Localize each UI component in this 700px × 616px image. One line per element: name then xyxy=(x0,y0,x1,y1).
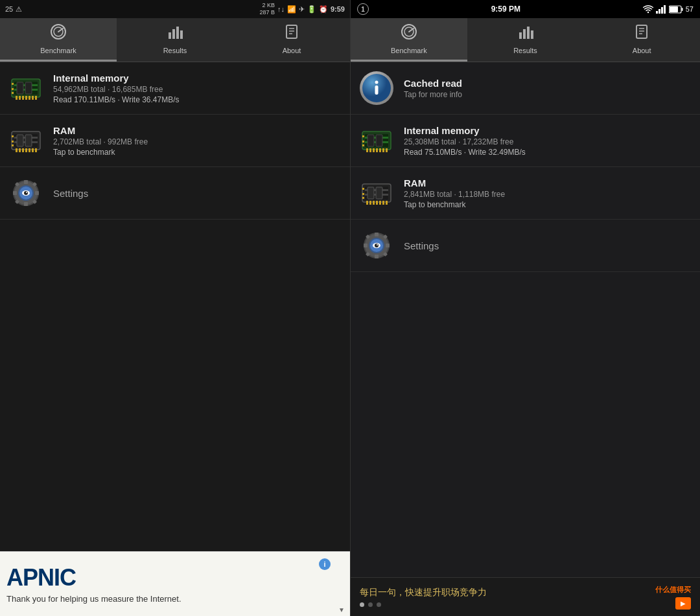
tab-results-left[interactable]: Results xyxy=(117,18,233,62)
svg-point-56 xyxy=(24,191,28,195)
svg-rect-91 xyxy=(386,148,388,152)
svg-rect-115 xyxy=(375,233,379,236)
tab-about-left[interactable]: About xyxy=(233,18,350,62)
svg-rect-59 xyxy=(656,11,658,14)
settings-icon-left xyxy=(8,175,44,211)
svg-rect-4 xyxy=(172,29,175,39)
internal-memory-text-right: Internal memory 25,308MB total · 17,232M… xyxy=(404,125,526,157)
svg-rect-21 xyxy=(35,96,37,100)
clock-icon: ⏰ xyxy=(319,5,328,14)
svg-rect-101 xyxy=(366,201,368,205)
status-bar-right: 1 9:59 PM xyxy=(351,0,700,18)
internal-memory-sub1-left: 54,962MB total · 16,685MB free xyxy=(53,85,180,94)
svg-rect-38 xyxy=(17,135,23,146)
bottom-banner[interactable]: 每日一句，快速提升职场竞争力 什么值得买 ▶ xyxy=(351,577,700,616)
list-item-internal-memory-left[interactable]: Internal memory 54,962MB total · 16,685M… xyxy=(0,62,350,115)
results-icon-left xyxy=(167,23,183,44)
list-item-ram-left[interactable]: RAM 2,702MB total · 992MB free Tap to be… xyxy=(0,115,350,167)
internal-memory-sub1-right: 25,308MB total · 17,232MB free xyxy=(404,137,526,146)
svg-rect-118 xyxy=(386,244,390,247)
svg-rect-117 xyxy=(364,244,368,247)
ad-text-block: APNIC Thank you for helping us measure t… xyxy=(6,564,344,604)
svg-rect-33 xyxy=(22,148,24,152)
ram-text-left: RAM 2,702MB total · 992MB free Tap to be… xyxy=(53,125,148,157)
ram-sub1-right: 2,841MB total · 1,118MB free xyxy=(404,190,505,199)
ram-title-left: RAM xyxy=(53,125,148,136)
svg-rect-34 xyxy=(25,148,27,152)
svg-rect-7 xyxy=(286,25,297,38)
svg-rect-73 xyxy=(636,25,647,38)
svg-rect-40 xyxy=(12,135,14,137)
svg-rect-32 xyxy=(19,148,21,152)
notification-badge-right: 1 xyxy=(357,3,369,15)
battery-percent: 57 xyxy=(686,5,694,13)
svg-point-126 xyxy=(375,244,379,247)
svg-rect-112 xyxy=(362,197,364,199)
svg-rect-16 xyxy=(19,96,21,100)
svg-rect-116 xyxy=(375,255,379,258)
upload-icon: ↑↓ xyxy=(277,5,285,13)
tab-benchmark-label-left: Benchmark xyxy=(40,47,76,54)
ad-banner[interactable]: APNIC Thank you for helping us measure t… xyxy=(0,551,350,616)
svg-rect-37 xyxy=(35,148,37,152)
tab-about-label-left: About xyxy=(283,47,301,54)
list-item-settings-left[interactable]: Settings xyxy=(0,167,350,220)
results-icon-right xyxy=(517,23,534,44)
cached-read-text: Cached read Tap for more info xyxy=(404,78,462,99)
status-icons-right: 57 xyxy=(643,5,694,14)
tab-results-right[interactable]: Results xyxy=(467,18,584,62)
svg-rect-89 xyxy=(379,148,381,152)
memory-icon-left xyxy=(8,70,44,106)
list-item-settings-right[interactable]: Settings xyxy=(351,220,700,272)
svg-point-127 xyxy=(377,244,378,245)
svg-rect-5 xyxy=(176,27,179,39)
svg-rect-3 xyxy=(169,32,171,39)
warning-icon: ⚠ xyxy=(16,5,22,14)
cached-read-title: Cached read xyxy=(404,78,462,89)
ad-close[interactable]: ▼ xyxy=(338,606,345,613)
svg-rect-6 xyxy=(180,30,183,39)
svg-rect-23 xyxy=(25,82,32,94)
ram-sub2-right: Tap to benchmark xyxy=(404,200,505,209)
tab-benchmark-left[interactable]: Benchmark xyxy=(0,18,117,62)
info-icon-right xyxy=(358,70,395,106)
svg-rect-45 xyxy=(24,180,28,184)
svg-rect-41 xyxy=(12,141,14,143)
bottom-banner-logo: 什么值得买 xyxy=(655,585,691,595)
status-right-left: 1 xyxy=(357,3,369,15)
settings-text-left: Settings xyxy=(53,188,88,199)
svg-rect-72 xyxy=(531,30,533,39)
bottom-banner-content: 每日一句，快速提升职场竞争力 xyxy=(360,587,655,607)
svg-rect-95 xyxy=(362,141,364,143)
list-item-ram-right[interactable]: RAM 2,841MB total · 1,118MB free Tap to … xyxy=(351,167,700,220)
dot-1 xyxy=(360,602,364,607)
dot-3 xyxy=(377,602,381,607)
ram-title-right: RAM xyxy=(404,177,505,188)
ad-info-icon[interactable]: i xyxy=(319,558,331,570)
svg-rect-96 xyxy=(362,144,364,146)
svg-rect-22 xyxy=(17,82,23,94)
data-speed: 2 KB287 B xyxy=(259,2,275,16)
time-left: 9:59 xyxy=(331,5,345,13)
svg-point-79 xyxy=(375,81,379,84)
banner-action-btn[interactable]: ▶ xyxy=(675,597,691,610)
svg-rect-102 xyxy=(369,201,371,205)
bottom-banner-logo-area: 什么值得买 ▶ xyxy=(655,585,691,610)
list-item-cached-read[interactable]: Cached read Tap for more info xyxy=(351,62,700,115)
svg-rect-36 xyxy=(32,148,34,152)
svg-rect-18 xyxy=(25,96,27,100)
list-item-internal-memory-right[interactable]: Internal memory 25,308MB total · 17,232M… xyxy=(351,115,700,167)
tab-benchmark-right[interactable]: Benchmark xyxy=(351,18,467,62)
svg-rect-64 xyxy=(681,8,682,11)
svg-rect-108 xyxy=(368,187,374,199)
svg-rect-104 xyxy=(376,201,378,205)
svg-rect-15 xyxy=(16,96,18,100)
ram-sub2-left: Tap to benchmark xyxy=(53,148,148,157)
tab-about-right[interactable]: About xyxy=(583,18,700,62)
internal-memory-title-left: Internal memory xyxy=(53,73,180,84)
svg-rect-60 xyxy=(659,9,660,14)
svg-rect-107 xyxy=(386,201,388,205)
svg-rect-110 xyxy=(362,188,364,190)
svg-rect-47 xyxy=(13,191,17,195)
svg-rect-106 xyxy=(382,201,384,205)
